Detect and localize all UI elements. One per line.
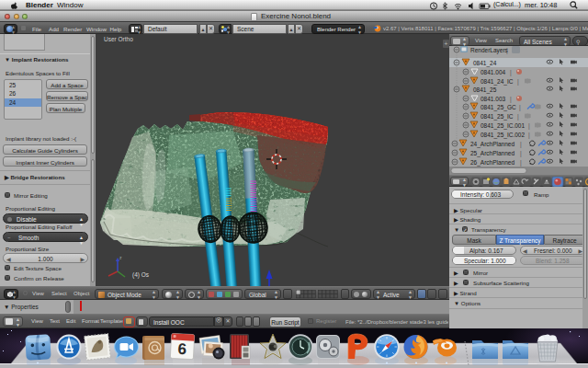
svg-text:|: | xyxy=(528,132,530,139)
svg-text:|: | xyxy=(517,78,519,86)
svg-text:24_ArchPlanned: 24_ArchPlanned xyxy=(470,141,514,148)
svg-text:+: + xyxy=(445,40,448,47)
svg-text:|: | xyxy=(510,96,512,103)
svg-text:26_ArchPlanned: 26_ArchPlanned xyxy=(470,159,514,167)
svg-text:0841_25_IC: 0841_25_IC xyxy=(481,113,514,121)
svg-text:RenderLayers: RenderLayers xyxy=(470,47,509,54)
svg-text:(4) Os: (4) Os xyxy=(132,271,150,279)
svg-text:|: | xyxy=(510,69,512,76)
svg-text:0841_25: 0841_25 xyxy=(473,86,497,94)
svg-text:|: | xyxy=(519,104,521,111)
svg-text:|: | xyxy=(520,159,522,167)
svg-text:0841_25_IC.001: 0841_25_IC.001 xyxy=(481,122,525,130)
svg-text:0841.004: 0841.004 xyxy=(481,69,505,75)
svg-text:0841.003: 0841.003 xyxy=(481,96,505,102)
svg-text:25_ArchPlanned: 25_ArchPlanned xyxy=(470,150,514,157)
svg-text:|: | xyxy=(506,47,508,54)
svg-text:0841_25_GC: 0841_25_GC xyxy=(481,104,516,111)
svg-text:0841_25_IC.002: 0841_25_IC.002 xyxy=(481,132,525,139)
svg-text:|: | xyxy=(517,113,519,121)
svg-text:|: | xyxy=(520,150,522,157)
svg-text:0841_24_IC: 0841_24_IC xyxy=(481,78,514,86)
svg-text:User Ortho: User Ortho xyxy=(104,36,133,42)
svg-text:|: | xyxy=(528,122,530,130)
svg-text:|: | xyxy=(520,141,522,148)
svg-text:6: 6 xyxy=(177,340,187,358)
svg-text:z: z xyxy=(119,255,122,260)
svg-text:0841_24: 0841_24 xyxy=(473,60,497,67)
